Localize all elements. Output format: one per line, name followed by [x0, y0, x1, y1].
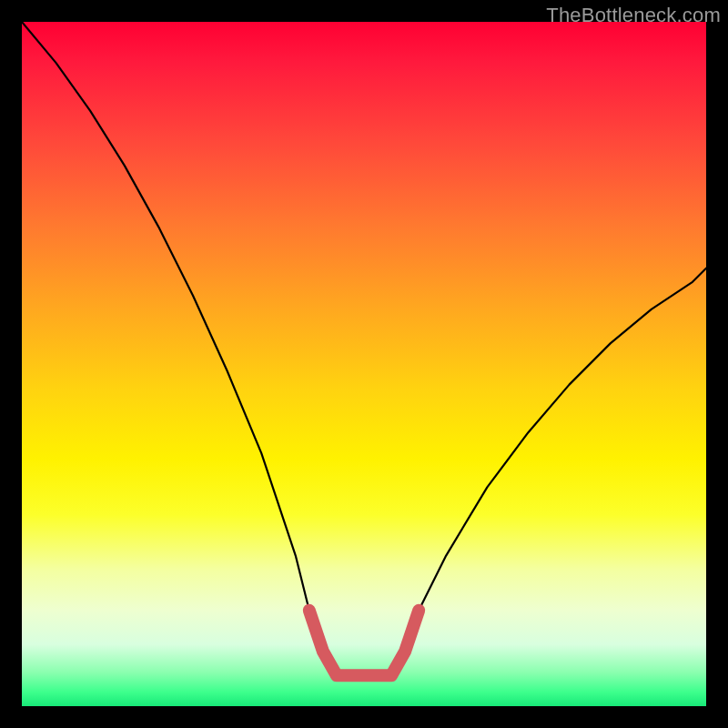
chart-frame: TheBottleneck.com — [0, 0, 728, 728]
watermark-text: TheBottleneck.com — [546, 4, 721, 27]
curve-layer — [22, 22, 706, 706]
plot-area — [22, 22, 706, 706]
highlight-path — [309, 611, 419, 676]
optimal-range-highlight — [309, 611, 419, 676]
bottleneck-curve — [22, 22, 706, 679]
curve-path — [22, 22, 706, 679]
